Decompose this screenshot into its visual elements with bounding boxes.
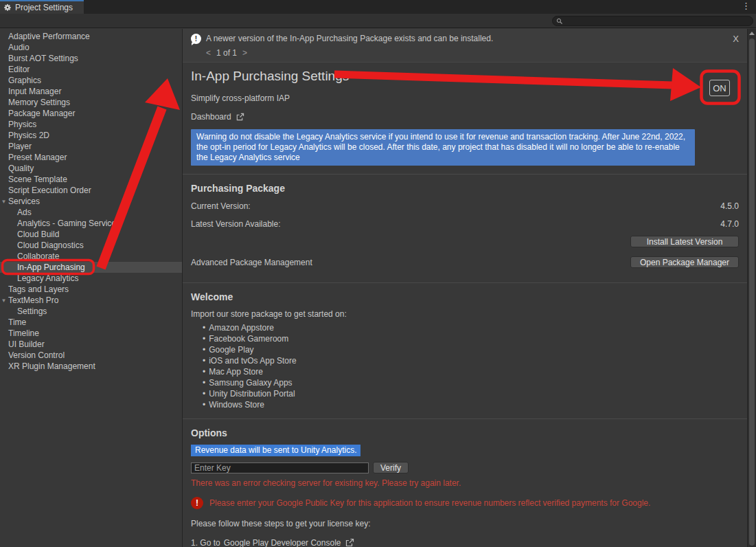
sidebar-item-label: Script Execution Order xyxy=(8,185,91,196)
sidebar-item-cloud-build[interactable]: Cloud Build xyxy=(0,229,182,240)
store-list-item: •Google Play xyxy=(203,344,747,355)
current-version-value: 4.5.0 xyxy=(720,201,739,211)
sidebar-item-label: Editor xyxy=(8,64,30,75)
bullet-icon: • xyxy=(203,378,205,388)
disclosure-triangle-icon[interactable]: ▼ xyxy=(0,197,8,208)
sidebar-item-xr-plugin-management[interactable]: XR Plugin Management xyxy=(0,361,182,372)
external-link-icon xyxy=(236,113,244,122)
sidebar-item-package-manager[interactable]: Package Manager xyxy=(0,108,182,119)
sidebar-item-graphics[interactable]: Graphics xyxy=(0,75,182,86)
google-play-console-link[interactable]: Google Play Developer Console xyxy=(224,538,355,547)
options-heading: Options xyxy=(191,427,747,438)
store-list: •Amazon Appstore•Facebook Gameroom•Googl… xyxy=(203,322,747,410)
sidebar-item-memory-settings[interactable]: Memory Settings xyxy=(0,97,182,108)
advanced-package-management-label: Advanced Package Management xyxy=(191,258,312,267)
step1-prefix: 1. Go to xyxy=(191,538,220,547)
sidebar-item-label: Services xyxy=(8,196,40,207)
pager-prev-button[interactable]: < xyxy=(206,48,211,58)
store-name: iOS and tvOs App Store xyxy=(209,356,296,366)
store-list-item: •Samsung Galaxy Apps xyxy=(203,377,747,388)
sidebar-item-label: Cloud Build xyxy=(17,229,59,240)
sidebar-item-analytics-gaming-services[interactable]: Analytics - Gaming Services xyxy=(0,218,182,229)
sidebar-item-collaborate[interactable]: Collaborate xyxy=(0,251,182,262)
store-name: Samsung Galaxy Apps xyxy=(209,378,292,388)
sidebar-item-ui-builder[interactable]: UI Builder xyxy=(0,339,182,350)
dashboard-link[interactable]: Dashboard xyxy=(191,112,747,122)
sidebar-item-settings[interactable]: Settings xyxy=(0,306,182,317)
bullet-icon: • xyxy=(203,356,205,366)
search-input[interactable] xyxy=(565,17,753,25)
legacy-analytics-warning: Warning do not disable the Legacy Analyt… xyxy=(191,129,695,166)
sidebar-item-label: XR Plugin Management xyxy=(8,361,95,372)
sidebar-item-in-app-purchasing[interactable]: In-App Purchasing xyxy=(0,262,182,273)
sidebar-item-label: Collaborate xyxy=(17,251,59,262)
disclosure-triangle-icon[interactable]: ▼ xyxy=(0,295,8,306)
scrollbar-thumb[interactable] xyxy=(749,38,755,546)
kebab-menu-icon[interactable]: ⋮ xyxy=(736,0,756,14)
sidebar-item-editor[interactable]: Editor xyxy=(0,64,182,75)
server-error-text: There was an error checking server for e… xyxy=(191,478,747,488)
store-list-item: •Mac App Store xyxy=(203,366,747,377)
sidebar-item-script-execution-order[interactable]: Script Execution Order xyxy=(0,185,182,196)
sidebar-item-scene-template[interactable]: Scene Template xyxy=(0,174,182,185)
verify-button[interactable]: Verify xyxy=(373,462,409,473)
sidebar-item-services[interactable]: ▼Services xyxy=(0,196,182,207)
content-area: Adaptive PerformanceAudioBurst AOT Setti… xyxy=(0,29,756,547)
sidebar-item-physics[interactable]: Physics xyxy=(0,119,182,130)
iap-enabled-toggle[interactable]: ON xyxy=(709,80,730,96)
sidebar-item-quality[interactable]: Quality xyxy=(0,163,182,174)
google-key-input[interactable] xyxy=(191,462,369,473)
welcome-intro: Import our store package to get started … xyxy=(191,309,747,319)
sidebar-item-time[interactable]: Time xyxy=(0,317,182,328)
sidebar-item-preset-manager[interactable]: Preset Manager xyxy=(0,152,182,163)
purchasing-package-heading: Purchasing Package xyxy=(191,183,747,194)
sidebar-item-label: Physics xyxy=(8,119,36,130)
sidebar-item-label: UI Builder xyxy=(8,339,45,350)
sidebar-item-label: Ads xyxy=(17,207,32,218)
sidebar-item-player[interactable]: Player xyxy=(0,141,182,152)
sidebar-item-label: Timeline xyxy=(8,328,39,339)
sidebar-item-label: Time xyxy=(8,317,26,328)
sidebar-item-label: Scene Template xyxy=(8,174,67,185)
store-name: Unity Distribution Portal xyxy=(209,389,295,399)
store-name: Amazon Appstore xyxy=(209,323,274,333)
sidebar-item-input-manager[interactable]: Input Manager xyxy=(0,86,182,97)
sidebar-item-label: Analytics - Gaming Services xyxy=(17,218,120,229)
sidebar-item-cloud-diagnostics[interactable]: Cloud Diagnostics xyxy=(0,240,182,251)
sidebar-item-timeline[interactable]: Timeline xyxy=(0,328,182,339)
sidebar-item-label: Tags and Layers xyxy=(8,284,69,295)
store-list-item: •iOS and tvOs App Store xyxy=(203,355,747,366)
scrollbar-up-button[interactable] xyxy=(748,29,756,38)
page-subtitle: Simplify cross-platform IAP xyxy=(191,93,747,103)
install-latest-version-button[interactable]: Install Latest Version xyxy=(630,236,739,247)
banner-close-icon[interactable]: X xyxy=(733,34,739,44)
sidebar-item-label: Input Manager xyxy=(8,86,61,97)
scroll-up-arrow-icon xyxy=(749,32,755,35)
dashboard-label: Dashboard xyxy=(191,112,231,122)
open-package-manager-button[interactable]: Open Package Manager xyxy=(630,256,739,268)
sidebar-item-label: Player xyxy=(8,141,32,152)
bullet-icon: • xyxy=(203,400,205,410)
sidebar-item-burst-aot-settings[interactable]: Burst AOT Settings xyxy=(0,53,182,64)
bullet-icon: • xyxy=(203,334,205,344)
sidebar-item-textmesh-pro[interactable]: ▼TextMesh Pro xyxy=(0,295,182,306)
sidebar-item-version-control[interactable]: Version Control xyxy=(0,350,182,361)
bullet-icon: • xyxy=(203,389,205,399)
tab-project-settings[interactable]: Project Settings xyxy=(0,0,84,14)
sidebar-item-label: Burst AOT Settings xyxy=(8,53,78,64)
pager-next-button[interactable]: > xyxy=(242,48,247,58)
sidebar-item-label: In-App Purchasing xyxy=(17,262,85,273)
bullet-icon: • xyxy=(203,367,205,377)
sidebar-item-label: TextMesh Pro xyxy=(8,295,58,306)
search-box[interactable] xyxy=(552,16,753,26)
sidebar-item-label: Legacy Analytics xyxy=(17,273,78,284)
console-info-icon: ! xyxy=(191,34,201,44)
sidebar-item-audio[interactable]: Audio xyxy=(0,42,182,53)
sidebar-item-tags-and-layers[interactable]: Tags and Layers xyxy=(0,284,182,295)
vertical-scrollbar[interactable] xyxy=(747,29,756,547)
sidebar-item-ads[interactable]: Ads xyxy=(0,207,182,218)
sidebar-item-adaptive-performance[interactable]: Adaptive Performance xyxy=(0,31,182,42)
sidebar-item-label: Physics 2D xyxy=(8,130,49,141)
sidebar-item-physics-2d[interactable]: Physics 2D xyxy=(0,130,182,141)
sidebar-item-legacy-analytics[interactable]: Legacy Analytics xyxy=(0,273,182,284)
